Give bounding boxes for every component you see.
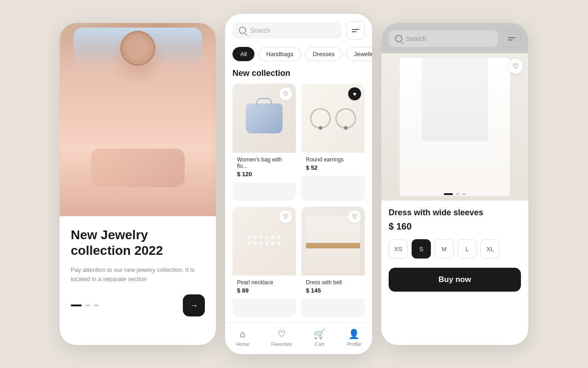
- size-xs[interactable]: XS: [389, 239, 408, 259]
- earring-1: [310, 108, 331, 129]
- nav-profile[interactable]: 👤 Profile: [347, 328, 361, 347]
- size-s[interactable]: S: [412, 239, 431, 259]
- detail-product-name: Dress with wide sleeves: [389, 208, 521, 218]
- product-card-4[interactable]: ♡ Dress with belt $ 145: [301, 207, 365, 317]
- carousel-dots: [71, 305, 98, 306]
- belt-stripe: [306, 243, 360, 248]
- hero-image: [60, 23, 216, 216]
- page-subtitle: Pay attention to our new jewelry collect…: [71, 265, 205, 283]
- top-bar: Search: [381, 23, 528, 53]
- pearl-row: [246, 236, 283, 246]
- pearl-4: [265, 236, 270, 240]
- product-price-3: $ 89: [237, 287, 291, 294]
- earrings-row: [308, 108, 358, 129]
- nav-home-label: Home: [236, 341, 249, 347]
- pearl-6: [277, 236, 282, 240]
- detail-dress: [400, 58, 510, 196]
- size-xl[interactable]: XL: [481, 239, 500, 259]
- pearl-1: [247, 236, 252, 240]
- nav-home[interactable]: ⌂ Home: [236, 329, 249, 347]
- bottom-nav: ⌂ Home ♡ Favorites 🛒 Cart 👤 Profile: [225, 322, 372, 354]
- nav-favorites[interactable]: ♡ Favorites: [271, 328, 292, 347]
- product-card-3[interactable]: ♡ Pearl necklace $ 89: [232, 207, 296, 317]
- search-bar-area: Search: [225, 14, 372, 45]
- product-image-3: ♡: [232, 207, 296, 276]
- pill-jewellery[interactable]: Jewellery: [346, 47, 372, 61]
- size-m[interactable]: M: [435, 239, 454, 259]
- pearl-10: [265, 242, 270, 246]
- pearl-7: [247, 242, 252, 246]
- product-price-2: $ 52: [306, 164, 360, 171]
- phones-container: New Jewelry collection 2022 Pay attentio…: [0, 0, 588, 368]
- favorite-btn-3[interactable]: ♡: [279, 210, 292, 223]
- pearl-12: [277, 242, 282, 246]
- filter-line-r1: [508, 37, 515, 38]
- bag-shape: [246, 104, 283, 133]
- dot-1: [71, 305, 82, 306]
- nav-favorites-label: Favorites: [271, 341, 292, 347]
- product-info-1: Women's bag with flo... $ 120: [232, 153, 296, 182]
- product-image-2: ♥: [301, 84, 365, 153]
- product-price-4: $ 145: [306, 287, 360, 294]
- product-name-4: Dress with belt: [306, 279, 360, 286]
- product-card-2[interactable]: ♥ Round earrings $ 52: [301, 84, 365, 201]
- detail-info: Dress with wide sleeves $ 160 XS S M L X…: [381, 201, 528, 345]
- search-icon: [239, 27, 246, 34]
- filter-line-2: [352, 31, 356, 32]
- nav-profile-label: Profile: [347, 341, 361, 347]
- pill-all[interactable]: All: [232, 47, 254, 61]
- pill-handbags[interactable]: Handbags: [258, 47, 301, 61]
- product-info-4: Dress with belt $ 145: [301, 276, 365, 299]
- pearl-5: [271, 236, 276, 240]
- product-card-1[interactable]: ♡ Women's bag with flo... $ 120: [232, 84, 296, 201]
- pearl-8: [253, 242, 258, 246]
- product-image-1: ♡: [232, 84, 296, 153]
- pearl-2: [253, 236, 258, 240]
- detail-favorite-btn[interactable]: ♡: [508, 59, 523, 74]
- filter-button[interactable]: [346, 21, 365, 40]
- search-icon-right: [395, 35, 402, 42]
- product-name-2: Round earrings: [306, 156, 360, 163]
- filter-icon-right: [508, 37, 515, 40]
- search-input-wrap-right[interactable]: Search: [389, 30, 498, 47]
- arm-detail: [91, 149, 185, 187]
- category-pills: All Handbags Dresses Jewellery: [225, 45, 372, 67]
- home-icon: ⌂: [240, 329, 245, 339]
- pearl-3: [259, 236, 264, 240]
- phone-left-content: New Jewelry collection 2022 Pay attentio…: [60, 216, 216, 345]
- product-price-1: $ 120: [237, 171, 291, 178]
- phone-right: Search ♡ Dress with wide sleev: [381, 23, 528, 345]
- next-button[interactable]: →: [183, 294, 205, 316]
- image-dots: [444, 193, 466, 195]
- favorite-btn-1[interactable]: ♡: [279, 87, 292, 100]
- search-input-wrap[interactable]: Search: [232, 22, 342, 39]
- buy-now-button[interactable]: Buy now: [389, 268, 521, 292]
- pearl-11: [271, 242, 276, 246]
- img-dot-2: [456, 193, 459, 195]
- filter-line-1: [352, 29, 359, 30]
- heart-icon: ♡: [277, 328, 286, 339]
- page-title: New Jewelry collection 2022: [71, 227, 205, 258]
- pill-dresses[interactable]: Dresses: [305, 47, 343, 61]
- cart-icon: 🛒: [314, 328, 325, 339]
- filter-button-right[interactable]: [503, 29, 521, 48]
- product-info-3: Pearl necklace $ 89: [232, 276, 296, 299]
- phone-center: Search All Handbags Dresses Jewellery Ne…: [225, 14, 372, 354]
- favorite-btn-2[interactable]: ♥: [348, 87, 361, 100]
- bottom-row: →: [71, 294, 205, 316]
- product-name-1: Women's bag with flo...: [237, 156, 291, 169]
- arrow-icon: →: [190, 301, 198, 310]
- search-placeholder-right: Search: [406, 35, 426, 42]
- dot-3: [94, 305, 98, 306]
- size-l[interactable]: L: [458, 239, 477, 259]
- search-placeholder: Search: [250, 27, 270, 34]
- size-selector: XS S M L XL: [389, 239, 521, 259]
- section-title: New collection: [225, 67, 372, 84]
- img-dot-1: [444, 193, 453, 195]
- product-image-4: ♡: [301, 207, 365, 276]
- nav-cart-label: Cart: [315, 341, 324, 347]
- dress-figure: [306, 216, 360, 276]
- favorite-btn-4[interactable]: ♡: [348, 210, 361, 223]
- product-name-3: Pearl necklace: [237, 279, 291, 286]
- nav-cart[interactable]: 🛒 Cart: [314, 328, 325, 347]
